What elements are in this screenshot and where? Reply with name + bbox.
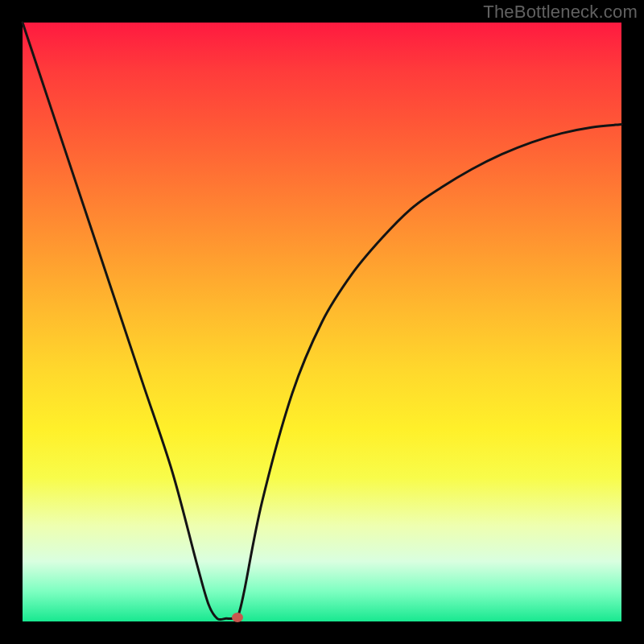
minimum-marker (232, 613, 243, 622)
plot-area (23, 23, 621, 621)
watermark-text: TheBottleneck.com (483, 2, 638, 23)
chart-frame: TheBottleneck.com (0, 0, 644, 644)
bottleneck-curve (23, 23, 621, 621)
curve-path (23, 23, 621, 620)
